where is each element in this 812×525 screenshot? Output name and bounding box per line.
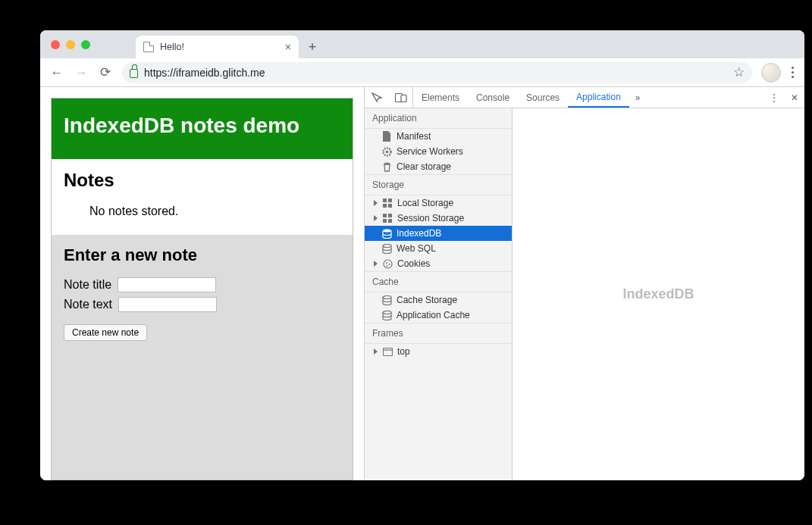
new-note-form: Enter a new note Note title Note text Cr… [52, 235, 353, 480]
browser-menu-button[interactable] [787, 62, 798, 83]
sidebar-item-application-cache[interactable]: Application Cache [365, 308, 512, 323]
tab-strip: Hello! × + [40, 30, 804, 58]
svg-point-16 [388, 264, 390, 265]
tab-sources[interactable]: Sources [518, 87, 568, 108]
bookmark-star-icon[interactable]: ☆ [733, 64, 745, 80]
reload-button[interactable]: ⟳ [95, 62, 116, 83]
grid-icon [382, 198, 393, 208]
svg-point-19 [383, 311, 391, 314]
section-storage-heading: Storage [365, 174, 512, 195]
demo-title: IndexedDB notes demo [64, 114, 299, 137]
svg-rect-8 [383, 214, 387, 217]
note-title-label: Note title [64, 278, 111, 292]
svg-rect-20 [383, 348, 392, 355]
sidebar-item-label: IndexedDB [397, 228, 441, 239]
svg-point-12 [383, 229, 391, 232]
browser-toolbar: ← → ⟳ https://iframeidb.glitch.me ☆ [40, 58, 804, 87]
devtools-close-button[interactable]: ✕ [785, 92, 804, 103]
close-tab-button[interactable]: × [285, 41, 291, 53]
database-icon [381, 228, 392, 239]
notes-heading: Notes [64, 170, 340, 191]
svg-rect-7 [388, 204, 392, 208]
sidebar-item-session-storage[interactable]: Session Storage [365, 211, 512, 226]
rendered-page: IndexedDB notes demo Notes No notes stor… [40, 87, 364, 480]
sidebar-item-service-workers[interactable]: Service Workers [365, 144, 512, 159]
svg-point-14 [384, 260, 392, 268]
devtools-menu-button[interactable]: ⋮ [763, 92, 785, 103]
sidebar-item-label: Application Cache [397, 310, 470, 320]
new-tab-button[interactable]: + [302, 36, 323, 58]
frame-icon [382, 346, 393, 357]
sidebar-item-cache-storage[interactable]: Cache Storage [365, 292, 512, 308]
sidebar-item-label: Clear storage [397, 161, 451, 172]
note-text-input[interactable] [118, 297, 217, 312]
cookie-icon [382, 258, 393, 269]
note-text-label: Note text [64, 298, 112, 311]
forward-button[interactable]: → [71, 62, 92, 83]
svg-rect-1 [401, 95, 406, 102]
notes-section: Notes No notes stored. [52, 159, 353, 235]
devtools-body: Application Manifest Service Workers Cle… [365, 108, 804, 480]
sidebar-item-label: Session Storage [397, 213, 464, 223]
profile-avatar[interactable] [761, 63, 781, 83]
database-icon [381, 295, 392, 305]
svg-point-15 [386, 262, 387, 264]
form-heading: Enter a new note [64, 245, 340, 265]
maximize-window-button[interactable] [81, 40, 90, 49]
more-tabs-button[interactable]: » [629, 87, 647, 108]
svg-point-17 [386, 265, 387, 267]
tab-title: Hello! [160, 42, 184, 52]
sidebar-item-manifest[interactable]: Manifest [365, 129, 512, 144]
svg-rect-6 [383, 204, 387, 208]
sidebar-item-cookies[interactable]: Cookies [365, 256, 512, 271]
back-button[interactable]: ← [46, 62, 67, 83]
notes-empty-text: No notes stored. [89, 205, 340, 218]
close-window-button[interactable] [51, 40, 60, 49]
browser-window: Hello! × + ← → ⟳ https://iframeidb.glitc… [40, 30, 804, 480]
inspect-element-button[interactable] [365, 87, 389, 108]
trash-icon [381, 161, 392, 172]
demo-app: IndexedDB notes demo Notes No notes stor… [51, 98, 353, 480]
minimize-window-button[interactable] [66, 40, 75, 49]
browser-tab[interactable]: Hello! × [136, 36, 299, 58]
database-icon [381, 243, 392, 254]
tab-application[interactable]: Application [568, 87, 629, 108]
create-note-button[interactable]: Create new note [64, 324, 147, 341]
devtools-tabbar: Elements Console Sources Application » ⋮… [365, 87, 804, 108]
window-controls [51, 40, 90, 49]
sidebar-item-label: top [397, 346, 410, 357]
devtools-panel: Elements Console Sources Application » ⋮… [364, 87, 804, 480]
sidebar-item-label: Service Workers [397, 146, 463, 157]
expand-icon [374, 261, 378, 267]
svg-point-18 [383, 295, 391, 298]
file-icon [143, 42, 154, 52]
svg-rect-11 [388, 219, 392, 223]
svg-rect-10 [383, 219, 387, 223]
svg-rect-4 [383, 198, 387, 202]
sidebar-item-clear-storage[interactable]: Clear storage [365, 159, 512, 174]
expand-icon [374, 200, 378, 206]
sidebar-item-local-storage[interactable]: Local Storage [365, 195, 512, 211]
sidebar-item-label: Cache Storage [397, 295, 457, 305]
sidebar-item-indexeddb[interactable]: IndexedDB [365, 226, 512, 241]
sidebar-item-label: Web SQL [397, 243, 436, 254]
database-icon [381, 310, 392, 320]
svg-point-13 [383, 244, 391, 247]
expand-icon [374, 348, 378, 355]
tab-console[interactable]: Console [468, 87, 518, 108]
section-cache-heading: Cache [365, 271, 512, 292]
section-application-heading: Application [365, 108, 512, 129]
main-placeholder-text: IndexedDB [622, 286, 694, 302]
device-toolbar-button[interactable] [389, 87, 413, 108]
tab-elements[interactable]: Elements [413, 87, 468, 108]
content-area: IndexedDB notes demo Notes No notes stor… [40, 87, 804, 480]
address-bar[interactable]: https://iframeidb.glitch.me ☆ [122, 62, 752, 83]
gear-icon [381, 146, 392, 157]
sidebar-item-web-sql[interactable]: Web SQL [365, 241, 512, 256]
sidebar-item-frames-top[interactable]: top [365, 344, 512, 359]
sidebar-item-label: Manifest [397, 131, 431, 142]
svg-rect-5 [388, 198, 392, 202]
note-title-input[interactable] [118, 277, 216, 292]
sidebar-item-label: Cookies [397, 258, 430, 269]
url-text: https://iframeidb.glitch.me [144, 67, 265, 79]
